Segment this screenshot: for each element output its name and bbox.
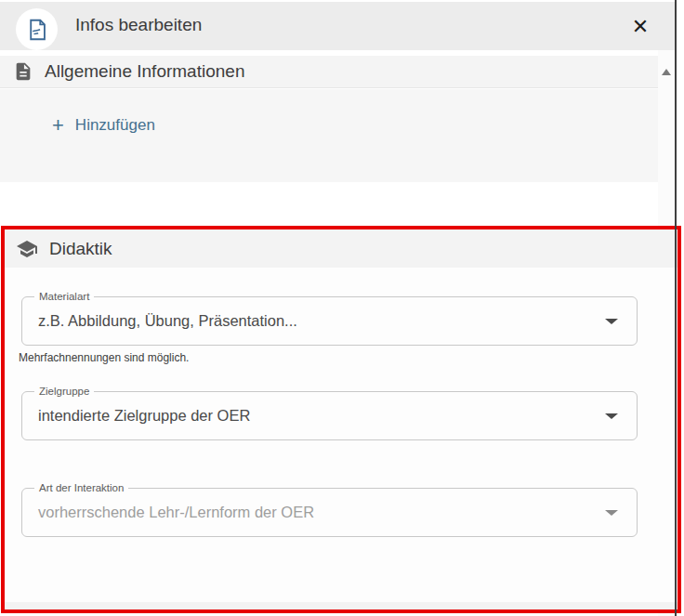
- field-placeholder: intendierte Zielgruppe der OER: [38, 392, 250, 439]
- add-button-label: Hinzufügen: [75, 116, 155, 135]
- field-placeholder: vorherrschende Lehr-/Lernform der OER: [38, 489, 314, 536]
- dropdown-arrow-icon: [605, 510, 618, 516]
- section-header-didactics: Didaktik: [5, 229, 677, 268]
- section-header-general-information: Allgemeine Informationen: [0, 56, 658, 88]
- graduation-cap-icon: [14, 238, 40, 260]
- target-group-select[interactable]: Zielgruppe intendierte Zielgruppe der OE…: [21, 391, 638, 440]
- material-type-helper-text: Mehrfachnennungen sind möglich.: [19, 351, 189, 364]
- interaction-type-select[interactable]: Art der Interaktion vorherrschende Lehr-…: [21, 488, 638, 537]
- field-placeholder: z.B. Abbildung, Übung, Präsentation...: [38, 297, 297, 345]
- edit-infos-dialog: Infos bearbeiten ✕ Allgemeine Informatio…: [0, 0, 684, 616]
- dialog-right-border: [675, 0, 677, 616]
- section-title: Didaktik: [49, 239, 112, 259]
- document-icon: [13, 60, 33, 83]
- edit-document-icon: [16, 8, 58, 50]
- section-title: Allgemeine Informationen: [45, 61, 244, 82]
- dialog-title: Infos bearbeiten: [75, 15, 202, 35]
- add-button[interactable]: + Hinzufügen: [52, 116, 155, 135]
- scroll-up-arrow-icon[interactable]: [662, 69, 671, 75]
- dialog-header: Infos bearbeiten ✕: [0, 2, 675, 50]
- plus-icon: +: [52, 116, 64, 135]
- section-body-general-information: + Hinzufügen: [0, 89, 658, 182]
- dropdown-arrow-icon: [605, 319, 618, 324]
- didactics-section-highlight: Didaktik Materialart z.B. Abbildung, Übu…: [1, 226, 681, 613]
- close-icon[interactable]: ✕: [626, 13, 654, 41]
- material-type-select[interactable]: Materialart z.B. Abbildung, Übung, Präse…: [21, 296, 638, 346]
- next-section-edge: [5, 602, 677, 609]
- dropdown-arrow-icon: [605, 413, 618, 419]
